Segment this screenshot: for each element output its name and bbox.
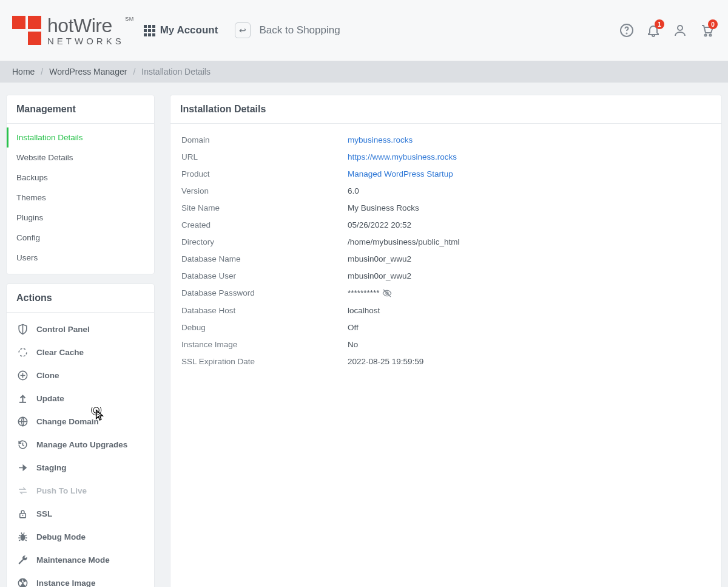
action-item-label: Clone (36, 371, 59, 380)
detail-row-ssl-expiration-date: SSL Expiration Date2022-08-25 19:59:59 (181, 353, 710, 370)
detail-row-database-host: Database Hostlocalhost (181, 302, 710, 319)
back-to-shopping-nav[interactable]: ↩ Back to Shopping (229, 18, 346, 43)
logo-bottom-text: NETWORKS (47, 36, 124, 46)
action-item-clear-cache[interactable]: Clear Cache (7, 341, 154, 364)
logo-mark-icon (12, 16, 41, 45)
upload-icon (16, 392, 29, 405)
svg-point-4 (710, 35, 712, 36)
detail-label: Product (181, 169, 348, 178)
cart-button[interactable]: 0 (698, 21, 716, 39)
management-item-themes[interactable]: Themes (7, 188, 154, 208)
action-item-maintenance-mode[interactable]: Maintenance Mode (7, 548, 154, 571)
detail-label: Database Host (181, 306, 348, 315)
detail-label: Database Name (181, 254, 348, 263)
reveal-password-icon[interactable] (382, 288, 392, 298)
help-button[interactable] (618, 21, 636, 39)
history-icon (16, 438, 29, 451)
help-icon (619, 23, 634, 38)
detail-row-database-name: Database Namembusin0or_wwu2 (181, 250, 710, 267)
arrow-icon (16, 461, 29, 474)
notifications-button[interactable]: 1 (644, 21, 662, 39)
detail-row-instance-image: Instance ImageNo (181, 336, 710, 353)
installation-details-title: Installation Details (170, 95, 721, 124)
action-item-label: Change Domain (36, 417, 99, 426)
detail-row-database-password: Database Password********** (181, 284, 710, 302)
management-item-plugins[interactable]: Plugins (7, 208, 154, 228)
my-account-nav[interactable]: My Account (138, 19, 224, 41)
management-item-website-details[interactable]: Website Details (7, 148, 154, 168)
action-item-ssl[interactable]: SSL (7, 502, 154, 525)
detail-row-product: ProductManaged WordPress Startup (181, 165, 710, 182)
action-item-label: Manage Auto Upgrades (36, 440, 127, 449)
management-item-installation-details[interactable]: Installation Details (7, 127, 154, 148)
detail-label: Domain (181, 135, 348, 144)
breadcrumb-home[interactable]: Home (12, 67, 35, 76)
action-item-change-domain[interactable]: Change Domain (7, 410, 154, 433)
action-item-clone[interactable]: Clone (7, 364, 154, 387)
bug-icon (16, 530, 29, 543)
breadcrumb-current: Installation Details (141, 67, 211, 76)
action-item-staging[interactable]: Staging (7, 456, 154, 479)
globe-icon (16, 415, 29, 428)
management-item-config[interactable]: Config (7, 228, 154, 248)
logo-sm-badge: SM (125, 16, 134, 22)
detail-value: 2022-08-25 19:59:59 (348, 357, 423, 366)
swap-icon (16, 484, 29, 497)
management-card: Management Installation DetailsWebsite D… (6, 95, 155, 274)
cart-count-badge: 0 (708, 19, 718, 29)
breadcrumb-wp-manager[interactable]: WordPress Manager (49, 67, 127, 76)
detail-row-created: Created05/26/2022 20:52 (181, 216, 710, 233)
detail-value[interactable]: Managed WordPress Startup (348, 169, 453, 178)
nuclear-icon (16, 576, 29, 587)
brand-logo[interactable]: hotWire SM NETWORKS (12, 16, 124, 46)
detail-value: No (348, 340, 358, 349)
actions-title: Actions (7, 284, 154, 313)
account-button[interactable] (671, 21, 689, 39)
action-item-instance-image[interactable]: Instance Image (7, 571, 154, 587)
management-title: Management (7, 95, 154, 124)
action-item-control-panel[interactable]: Control Panel (7, 317, 154, 341)
detail-value[interactable]: https://www.mybusiness.rocks (348, 152, 457, 161)
clone-icon (16, 368, 29, 382)
installation-details-card: Installation Details Domainmybusiness.ro… (170, 95, 722, 587)
management-item-backups[interactable]: Backups (7, 168, 154, 188)
action-item-label: Debug Mode (36, 532, 86, 541)
detail-value: localhost (348, 306, 380, 315)
detail-value: ********** (348, 288, 392, 298)
wrench-icon (16, 553, 29, 566)
action-item-manage-auto-upgrades[interactable]: Manage Auto Upgrades (7, 433, 154, 456)
action-item-update[interactable]: Update (7, 387, 154, 410)
detail-row-database-user: Database Usermbusin0or_wwu2 (181, 267, 710, 284)
detail-value: mbusin0or_wwu2 (348, 254, 411, 263)
apps-grid-icon (144, 25, 155, 36)
detail-label: Database User (181, 271, 348, 280)
detail-label: Version (181, 186, 348, 195)
detail-value[interactable]: mybusiness.rocks (348, 135, 413, 144)
detail-value: Off (348, 323, 359, 332)
detail-label: URL (181, 152, 348, 161)
management-item-users[interactable]: Users (7, 248, 154, 268)
detail-value: 6.0 (348, 186, 359, 195)
detail-label: Directory (181, 237, 348, 246)
detail-row-domain: Domainmybusiness.rocks (181, 131, 710, 148)
refresh-icon (16, 345, 29, 359)
user-icon (673, 23, 687, 38)
detail-value: 05/26/2022 20:52 (348, 220, 411, 229)
lock-icon (16, 507, 29, 520)
svg-point-2 (678, 25, 682, 30)
detail-label: Database Password (181, 288, 348, 298)
shield-icon (16, 322, 29, 336)
detail-value: My Business Rocks (348, 203, 419, 212)
action-item-push-to-live: Push To Live (7, 479, 154, 502)
detail-label: Created (181, 220, 348, 229)
return-key-icon: ↩ (235, 22, 251, 38)
detail-label: Instance Image (181, 340, 348, 349)
detail-row-version: Version6.0 (181, 182, 710, 199)
detail-row-directory: Directory/home/mybusiness/public_html (181, 233, 710, 250)
action-item-debug-mode[interactable]: Debug Mode (7, 525, 154, 548)
detail-label: Site Name (181, 203, 348, 212)
back-to-shopping-label: Back to Shopping (259, 24, 340, 36)
action-item-label: Push To Live (36, 486, 87, 495)
svg-point-3 (705, 35, 707, 36)
action-item-label: Clear Cache (36, 348, 84, 357)
